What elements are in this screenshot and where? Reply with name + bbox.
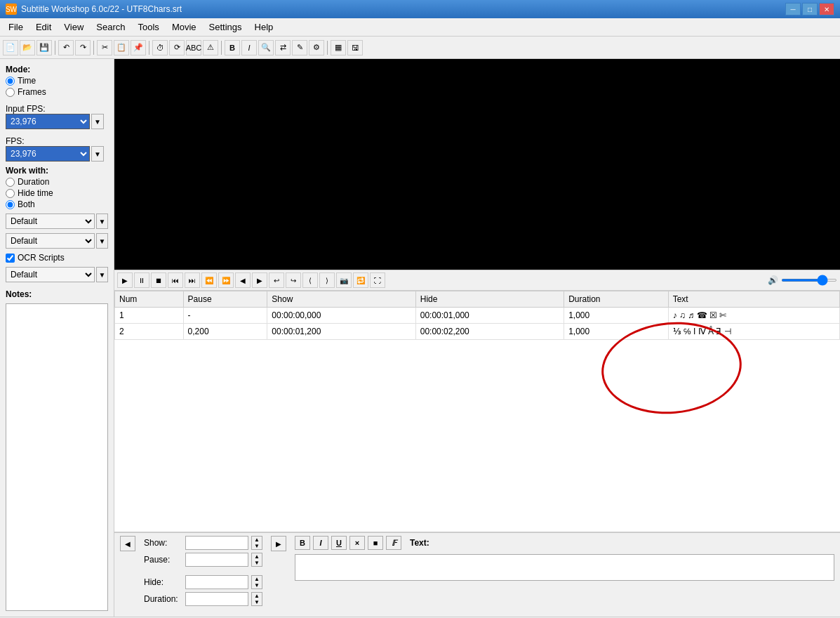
ocr-dropdown-btn[interactable]: ▼ [96, 267, 108, 282]
loop-button[interactable]: 🔁 [353, 272, 368, 288]
both-radio[interactable] [6, 200, 15, 209]
timer-button[interactable]: ⏱ [152, 40, 168, 55]
prev-subtitle-button[interactable]: ◀ [120, 536, 135, 551]
fast-forward-button[interactable]: ⏩ [218, 272, 234, 288]
menu-file[interactable]: File [3, 20, 29, 34]
step-back-button[interactable]: ◀ [235, 272, 251, 288]
next-frame-button[interactable]: ⏭ [185, 272, 200, 288]
warning-button[interactable]: ⚠ [203, 40, 218, 55]
hide-input[interactable] [185, 575, 248, 589]
step-fwd-button[interactable]: ▶ [252, 272, 267, 288]
maximize-button[interactable]: □ [802, 3, 818, 15]
duration-spinner[interactable]: ▲▼ [251, 592, 262, 606]
duration-radio[interactable] [6, 178, 15, 187]
actor-dropdown-btn[interactable]: ▼ [96, 233, 108, 249]
play-button[interactable]: ▶ [117, 272, 133, 288]
both-option[interactable]: Both [6, 199, 108, 209]
ocr-scripts-checkbox[interactable] [6, 254, 15, 263]
next-subtitle-button[interactable]: ▶ [271, 536, 286, 551]
italic-toolbar-button[interactable]: I [241, 40, 257, 55]
save-button[interactable]: 💾 [36, 40, 52, 55]
new-button[interactable]: 📄 [3, 40, 18, 55]
text-color-button[interactable]: ■ [368, 536, 383, 550]
actor-dropdown[interactable]: Default [6, 233, 95, 249]
mark-button[interactable]: ✎ [292, 40, 307, 55]
replace-toolbar-button[interactable]: ⇄ [275, 40, 291, 55]
tool2-button[interactable]: 🖫 [347, 40, 363, 55]
text-bold-button[interactable]: B [295, 536, 310, 550]
open-button[interactable]: 📂 [20, 40, 35, 55]
mode-time-radio[interactable] [6, 77, 15, 86]
menu-movie[interactable]: Movie [166, 20, 202, 34]
minimize-button[interactable]: ─ [785, 3, 801, 15]
close-button[interactable]: ✕ [819, 3, 834, 15]
style-dropdown-btn[interactable]: ▼ [96, 213, 108, 229]
pause-spinner[interactable]: ▲▼ [251, 553, 262, 567]
subtitle-text-input[interactable] [295, 554, 834, 581]
copy-button[interactable]: 📋 [114, 40, 129, 55]
spell-button[interactable]: ABC [186, 40, 201, 55]
pause-play-button[interactable]: ⏸ [134, 272, 149, 288]
style-dropdown[interactable]: Default [6, 213, 95, 229]
bold-toolbar-button[interactable]: B [225, 40, 240, 55]
show-spinner[interactable]: ▲▼ [251, 536, 262, 550]
menu-edit[interactable]: Edit [30, 20, 57, 34]
menu-view[interactable]: View [58, 20, 89, 34]
menu-bar: File Edit View Search Tools Movie Settin… [0, 18, 840, 37]
redo-button[interactable]: ↷ [75, 40, 91, 55]
menu-settings[interactable]: Settings [204, 20, 248, 34]
cut-button[interactable]: ✂ [97, 40, 112, 55]
input-fps-dropdown-btn[interactable]: ▼ [91, 114, 104, 129]
text-font-button[interactable]: 𝔽 [386, 536, 401, 550]
table-row[interactable]: 1 - 00:00:00,000 00:00:01,000 1,000 ♪ ♫ … [115, 308, 840, 324]
menu-help[interactable]: Help [249, 20, 279, 34]
zoom-button[interactable]: ⛶ [370, 272, 385, 288]
work-with-radio-group: Duration Hide time Both [6, 177, 108, 209]
config-button[interactable]: ⚙ [309, 40, 324, 55]
mode-time-option[interactable]: Time [6, 76, 108, 86]
prev-frame-button[interactable]: ⏮ [168, 272, 183, 288]
text-italic-button[interactable]: I [313, 536, 328, 550]
fps-dropdown-btn[interactable]: ▼ [91, 146, 104, 162]
work-with-section: Work with: Duration Hide time Both [6, 166, 108, 209]
hide-label: Hide: [144, 577, 182, 587]
hide-spinner[interactable]: ▲▼ [251, 575, 262, 589]
table-row[interactable]: 2 0,200 00:00:01,200 00:00:02,200 1,000 … [115, 324, 840, 340]
duration-input[interactable] [185, 592, 248, 606]
duration-option[interactable]: Duration [6, 177, 108, 187]
separator-2 [93, 41, 94, 55]
cell-pause: 0,200 [183, 324, 267, 340]
ocr-scripts-label: OCR Scripts [18, 253, 65, 263]
mode-frames-option[interactable]: Frames [6, 87, 108, 97]
hide-time-option[interactable]: Hide time [6, 188, 108, 198]
col-pause: Pause [183, 291, 267, 308]
jump-fwd2-button[interactable]: ⟩ [319, 272, 335, 288]
paste-button[interactable]: 📌 [131, 40, 146, 55]
hide-time-radio[interactable] [6, 189, 15, 198]
mode-frames-radio[interactable] [6, 88, 15, 97]
menu-search[interactable]: Search [91, 20, 131, 34]
jump-fwd-button[interactable]: ↪ [286, 272, 301, 288]
fps-select[interactable]: 23,976 [6, 146, 90, 162]
undo-button[interactable]: ↶ [58, 40, 74, 55]
text-strikethrough-button[interactable]: × [349, 536, 365, 550]
show-input[interactable] [185, 536, 248, 550]
ocr-dropdown[interactable]: Default [6, 267, 95, 282]
jump-back2-button[interactable]: ⟨ [302, 272, 318, 288]
volume-slider[interactable] [781, 279, 837, 282]
sync-button[interactable]: ⟳ [169, 40, 185, 55]
jump-back-button[interactable]: ↩ [269, 272, 284, 288]
text-underline-button[interactable]: U [331, 536, 347, 550]
screenshot-button[interactable]: 📷 [336, 272, 352, 288]
stop-button[interactable]: ⏹ [151, 272, 166, 288]
tool1-button[interactable]: ▦ [331, 40, 346, 55]
cell-duration: 1,000 [564, 308, 669, 324]
cell-num: 1 [115, 308, 184, 324]
notes-area[interactable] [6, 303, 108, 611]
pause-input[interactable] [185, 553, 248, 567]
input-fps-select[interactable]: 23,976 [6, 114, 90, 129]
search-toolbar-button[interactable]: 🔍 [258, 40, 274, 55]
menu-tools[interactable]: Tools [133, 20, 165, 34]
rewind-button[interactable]: ⏪ [201, 272, 217, 288]
pause-row: Pause: ▲▼ [144, 553, 262, 567]
